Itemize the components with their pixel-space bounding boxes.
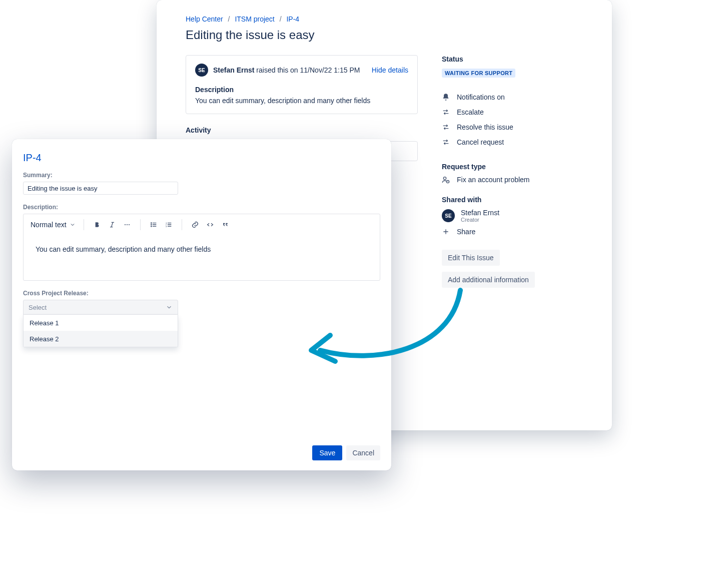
release-option[interactable]: Release 1 <box>24 315 178 331</box>
edit-issue-button[interactable]: Edit This Issue <box>442 250 500 266</box>
more-formatting-button[interactable] <box>122 220 132 230</box>
shared-user: SE Stefan Ernst Creator <box>442 209 583 223</box>
italic-button[interactable] <box>107 220 117 230</box>
svg-point-6 <box>151 224 151 225</box>
action-resolve[interactable]: Resolve this issue <box>442 120 583 135</box>
numbered-list-button[interactable]: 123 <box>164 220 174 230</box>
action-notifications[interactable]: Notifications on <box>442 90 583 105</box>
action-label: Escalate <box>457 108 484 116</box>
request-type-row: Fix an account problem <box>442 176 583 184</box>
action-label: Notifications on <box>457 93 505 101</box>
add-additional-info-button[interactable]: Add additional information <box>442 272 535 288</box>
svg-text:3: 3 <box>166 225 167 228</box>
hide-details-link[interactable]: Hide details <box>372 66 408 74</box>
svg-point-2 <box>125 224 126 225</box>
toolbar-separator <box>182 219 182 230</box>
shared-user-role: Creator <box>461 217 499 223</box>
description-label: Description <box>195 86 408 94</box>
issue-details-box: SE Stefan Ernst raised this on 11/Nov/22… <box>186 55 418 114</box>
breadcrumb-project[interactable]: ITSM project <box>235 15 274 23</box>
shared-with-label: Shared with <box>442 196 583 204</box>
link-button[interactable] <box>190 220 200 230</box>
share-button[interactable]: Share <box>442 228 583 236</box>
release-option[interactable]: Release 2 <box>24 331 178 347</box>
svg-point-0 <box>443 177 446 180</box>
chevron-down-icon <box>70 222 76 228</box>
rich-text-editor: Normal text 123 You can edit summary, de… <box>23 214 380 281</box>
text-style-dropdown[interactable]: Normal text <box>31 221 76 229</box>
summary-label: Summary: <box>23 172 380 179</box>
toolbar-separator <box>140 219 141 230</box>
activity-label: Activity <box>186 126 418 134</box>
svg-point-4 <box>129 224 130 225</box>
sidebar-actions: Notifications on Escalate Resolve this i… <box>442 90 583 150</box>
breadcrumb: Help Center / ITSM project / IP-4 <box>186 15 418 23</box>
code-button[interactable] <box>205 220 215 230</box>
summary-input[interactable] <box>23 182 178 195</box>
status-badge: WAITING FOR SUPPORT <box>442 69 515 78</box>
swap-icon <box>442 123 450 131</box>
swap-icon <box>442 108 450 116</box>
save-button[interactable]: Save <box>312 445 342 460</box>
editor-toolbar: Normal text 123 <box>24 214 380 235</box>
bell-icon <box>442 93 450 101</box>
release-dropdown: Release 1 Release 2 <box>23 315 178 347</box>
shared-user-name: Stefan Ernst <box>461 209 499 217</box>
user-alert-icon <box>442 176 450 184</box>
cross-project-release-label: Cross Project Release: <box>23 290 380 297</box>
svg-point-5 <box>151 223 151 223</box>
breadcrumb-issue-key[interactable]: IP-4 <box>286 15 299 23</box>
action-escalate[interactable]: Escalate <box>442 105 583 120</box>
svg-point-7 <box>151 226 151 227</box>
bold-button[interactable] <box>92 220 102 230</box>
chevron-down-icon <box>166 304 173 311</box>
request-type-value: Fix an account problem <box>457 176 530 184</box>
description-input[interactable]: You can edit summary, description and ma… <box>24 235 380 280</box>
request-type-label: Request type <box>442 163 583 171</box>
status-label: Status <box>442 55 583 63</box>
bullet-list-button[interactable] <box>149 220 159 230</box>
share-label: Share <box>457 228 475 236</box>
avatar: SE <box>442 209 455 222</box>
action-cancel[interactable]: Cancel request <box>442 135 583 150</box>
description-text: You can edit summary, description and ma… <box>195 97 408 105</box>
quote-button[interactable] <box>220 220 230 230</box>
edit-issue-modal: IP-4 Summary: Description: Normal text 1… <box>12 139 391 470</box>
release-select[interactable]: Select <box>23 300 178 315</box>
issue-title: Editing the issue is easy <box>186 28 418 42</box>
breadcrumb-help-center[interactable]: Help Center <box>186 15 223 23</box>
breadcrumb-separator: / <box>280 15 282 23</box>
select-placeholder: Select <box>29 304 47 311</box>
raised-by-text: Stefan Ernst raised this on 11/Nov/22 1:… <box>213 66 367 74</box>
cancel-button[interactable]: Cancel <box>346 445 380 460</box>
description-label: Description: <box>23 204 380 211</box>
toolbar-separator <box>84 219 84 230</box>
swap-icon <box>442 138 450 146</box>
svg-point-3 <box>127 224 128 225</box>
breadcrumb-separator: / <box>228 15 230 23</box>
action-label: Resolve this issue <box>457 123 513 131</box>
plus-icon <box>442 228 450 236</box>
avatar: SE <box>195 64 208 77</box>
action-label: Cancel request <box>457 138 504 146</box>
modal-issue-key[interactable]: IP-4 <box>23 152 380 164</box>
